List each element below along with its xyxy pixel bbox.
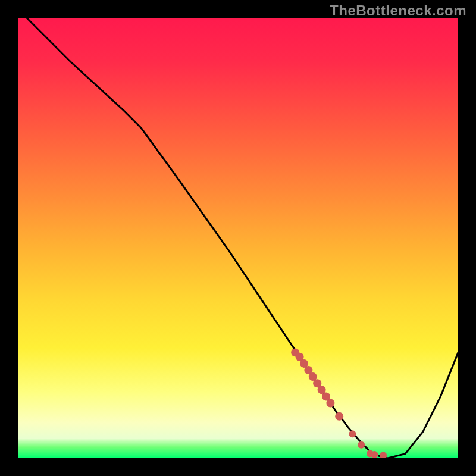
main-curve-line [27,18,458,458]
plot-area [18,18,458,458]
highlight-dot [380,452,387,458]
highlight-dot [326,399,334,408]
attribution-text: TheBottleneck.com [330,2,466,19]
highlight-dot [358,441,365,449]
chart-container: TheBottleneck.com [0,0,476,476]
highlight-dot [349,430,356,437]
highlight-dot-group [291,348,387,458]
chart-svg [18,18,458,458]
highlight-dot [371,451,378,458]
highlight-dot [335,412,343,421]
